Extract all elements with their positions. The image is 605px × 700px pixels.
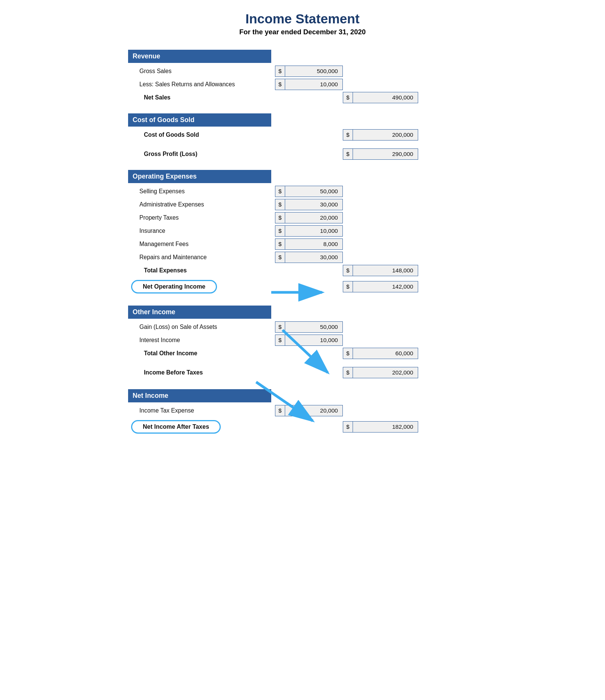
gross-profit-row: Gross Profit (Loss) $ 290,000 — [128, 148, 477, 160]
insurance-amount: 10,000 — [285, 228, 342, 234]
dollar-sign: $ — [275, 252, 285, 263]
total-expenses-label: Total Expenses — [128, 267, 275, 274]
gross-profit-cell: $ 290,000 — [343, 148, 418, 160]
management-fees-cell: $ 8,000 — [275, 238, 343, 250]
net-sales-amount: 490,000 — [353, 94, 418, 101]
income-before-taxes-amount: 202,000 — [353, 369, 418, 376]
total-expenses-cell: $ 148,000 — [343, 265, 418, 276]
net-operating-income-cell: $ 142,000 — [343, 281, 418, 292]
sales-returns-amount: 10,000 — [285, 81, 342, 88]
dollar-sign: $ — [275, 79, 285, 90]
management-fees-label: Management Fees — [128, 241, 275, 248]
dollar-sign: $ — [343, 265, 353, 276]
admin-expenses-amount: 30,000 — [285, 201, 342, 208]
property-taxes-cell: $ 20,000 — [275, 212, 343, 223]
total-expenses-amount: 148,000 — [353, 267, 418, 274]
income-before-taxes-cell: $ 202,000 — [343, 367, 418, 378]
net-operating-income-amount: 142,000 — [353, 283, 418, 290]
dollar-sign: $ — [275, 186, 285, 197]
admin-expenses-label: Administrative Expenses — [128, 201, 275, 208]
cogs-cell: $ 200,000 — [343, 129, 418, 141]
operating-expenses-section: Operating Expenses Selling Expenses $ 50… — [128, 163, 477, 296]
diagonal-arrow2-icon — [245, 380, 320, 425]
net-operating-income-oval: Net Operating Income — [131, 280, 217, 293]
total-expenses-row: Total Expenses $ 148,000 — [128, 264, 477, 277]
cogs-amount: 200,000 — [353, 131, 418, 138]
insurance-label: Insurance — [128, 228, 275, 234]
table-row: Selling Expenses $ 50,000 — [128, 185, 477, 197]
right-arrow-icon — [267, 281, 328, 304]
dollar-sign: $ — [343, 149, 353, 159]
net-sales-cell: $ 490,000 — [343, 92, 418, 103]
net-sales-label: Net Sales — [128, 94, 275, 101]
repairs-amount: 30,000 — [285, 254, 342, 261]
dollar-sign: $ — [275, 199, 285, 210]
sales-returns-label: Less: Sales Returns and Allowances — [128, 81, 275, 88]
net-income-section: Net Income Income Tax Expense $ 20,000 N… — [128, 382, 477, 436]
selling-expenses-amount: 50,000 — [285, 188, 342, 195]
selling-expenses-cell: $ 50,000 — [275, 186, 343, 197]
net-operating-income-row: Net Operating Income $ 142,000 — [128, 278, 477, 296]
net-sales-row: Net Sales $ 490,000 — [128, 92, 477, 104]
net-income-after-taxes-cell: $ 182,000 — [343, 421, 418, 433]
gross-profit-amount: 290,000 — [353, 151, 418, 157]
gross-profit-label: Gross Profit (Loss) — [128, 151, 275, 157]
table-row: Management Fees $ 8,000 — [128, 238, 477, 250]
page-subtitle: For the year ended December 31, 2020 — [128, 28, 477, 36]
table-row: Insurance $ 10,000 — [128, 225, 477, 237]
repairs-cell: $ 30,000 — [275, 252, 343, 263]
revenue-section: Revenue Gross Sales $ 500,000 Less: Sale… — [128, 43, 477, 104]
table-row: Gross Sales $ 500,000 — [128, 65, 477, 77]
total-other-income-amount: 60,000 — [353, 350, 418, 357]
dollar-sign: $ — [343, 348, 353, 359]
selling-expenses-label: Selling Expenses — [128, 188, 275, 195]
repairs-label: Repairs and Maintenance — [128, 254, 275, 261]
diagonal-arrow-icon — [271, 328, 339, 377]
table-row: Repairs and Maintenance $ 30,000 — [128, 251, 477, 263]
other-income-section: Other Income Gain (Loss) on Sale of Asse… — [128, 299, 477, 379]
table-row: Less: Sales Returns and Allowances $ 10,… — [128, 78, 477, 90]
cogs-label: Cost of Goods Sold — [128, 131, 275, 138]
interest-income-label: Interest Income — [128, 337, 275, 344]
management-fees-amount: 8,000 — [285, 241, 342, 248]
dollar-sign: $ — [343, 92, 353, 103]
revenue-header: Revenue — [128, 50, 271, 63]
dollar-sign: $ — [275, 212, 285, 223]
dollar-sign: $ — [275, 66, 285, 76]
table-row: Property Taxes $ 20,000 — [128, 212, 477, 224]
dollar-sign: $ — [343, 422, 353, 432]
dollar-sign: $ — [343, 281, 353, 292]
cogs-section: Cost of Goods Sold Cost of Goods Sold $ … — [128, 107, 477, 160]
table-row: Administrative Expenses $ 30,000 — [128, 199, 477, 211]
operating-expenses-header: Operating Expenses — [128, 170, 271, 183]
dollar-sign: $ — [275, 226, 285, 236]
dollar-sign: $ — [343, 130, 353, 140]
admin-expenses-cell: $ 30,000 — [275, 199, 343, 210]
arrow-spacer3 — [275, 418, 343, 436]
dollar-sign: $ — [343, 367, 353, 378]
total-other-income-label: Total Other Income — [128, 350, 275, 357]
net-income-after-taxes-oval: Net Income After Taxes — [131, 420, 221, 434]
cogs-row: Cost of Goods Sold $ 200,000 — [128, 129, 477, 141]
cogs-header: Cost of Goods Sold — [128, 113, 271, 127]
svg-line-5 — [256, 382, 313, 421]
svg-line-3 — [283, 330, 328, 373]
net-income-after-taxes-row: Net Income After Taxes $ 182,000 — [128, 418, 477, 436]
sales-returns-cell: $ 10,000 — [275, 79, 343, 90]
other-income-header: Other Income — [128, 306, 271, 319]
net-operating-income-label-wrapper: Net Operating Income — [128, 280, 275, 293]
property-taxes-label: Property Taxes — [128, 214, 275, 221]
gross-sales-label: Gross Sales — [128, 68, 275, 75]
arrow-spacer2 — [275, 366, 343, 379]
income-before-taxes-label: Income Before Taxes — [128, 369, 275, 376]
gross-sales-amount: 500,000 — [285, 68, 342, 75]
income-statement: Income Statement For the year ended Dece… — [128, 11, 477, 436]
dollar-sign: $ — [275, 239, 285, 249]
page-title: Income Statement — [128, 11, 477, 26]
income-before-taxes-row: Income Before Taxes $ 202,000 — [128, 366, 477, 379]
gross-sales-cell: $ 500,000 — [275, 66, 343, 77]
gain-loss-label: Gain (Loss) on Sale of Assets — [128, 324, 275, 330]
insurance-cell: $ 10,000 — [275, 225, 343, 237]
net-income-after-taxes-amount: 182,000 — [353, 423, 418, 430]
property-taxes-amount: 20,000 — [285, 214, 342, 221]
